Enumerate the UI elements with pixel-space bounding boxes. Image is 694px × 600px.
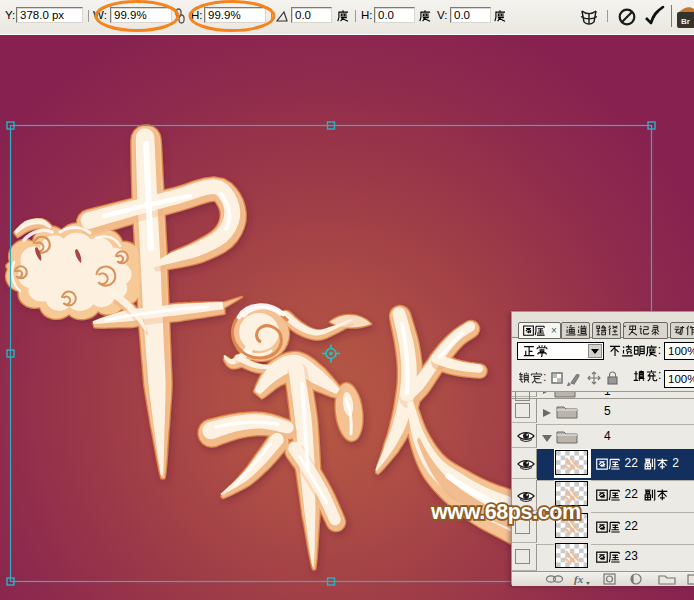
svg-text:22: 22	[621, 519, 638, 533]
svg-text:fx: fx	[574, 573, 584, 585]
svg-text:2: 2	[669, 456, 679, 470]
svg-text::: :	[658, 343, 661, 357]
svg-text:22: 22	[621, 456, 641, 470]
svg-text:22: 22	[621, 487, 641, 501]
svg-text::: :	[658, 368, 661, 382]
svg-text:23: 23	[621, 549, 638, 563]
svg-text::: :	[543, 370, 546, 384]
svg-text:Br: Br	[681, 17, 690, 26]
